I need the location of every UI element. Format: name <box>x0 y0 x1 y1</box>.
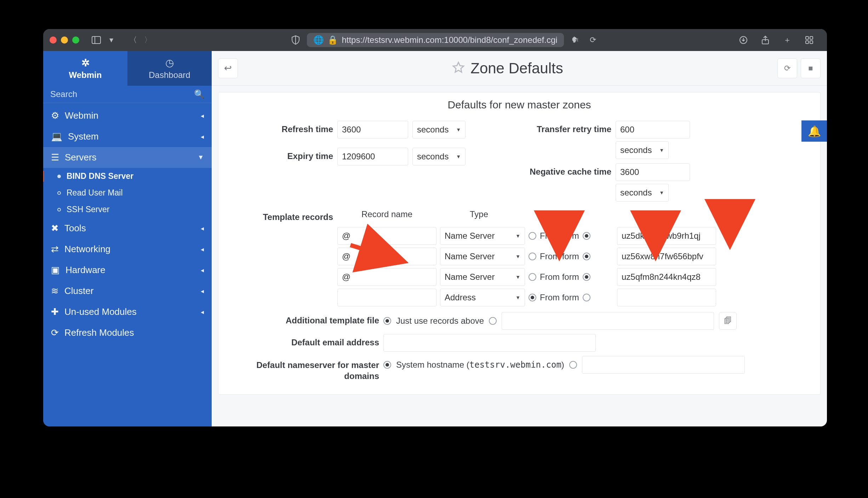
module-back-button[interactable]: ↩ <box>218 58 238 78</box>
address-bar[interactable]: 🌐 🔒 https://testsrv.webmin.com:10000/bin… <box>307 33 564 47</box>
record-value-input[interactable] <box>617 227 716 245</box>
sidebar-item-refresh-modules[interactable]: ⟳Refresh Modules <box>43 322 212 343</box>
record-value-input[interactable] <box>617 289 716 306</box>
record-name-input[interactable] <box>337 268 436 286</box>
just-use-records-label: Just use records above <box>396 316 484 326</box>
negative-cache-unit-select[interactable]: seconds▼ <box>616 184 669 202</box>
panel-title: Defaults for new master zones <box>218 92 820 119</box>
sidebar-subitem-bind-dns-server[interactable]: BIND DNS Server <box>43 168 212 185</box>
from-form-radio-right[interactable] <box>583 253 590 260</box>
chevron-left-icon: ◂ <box>201 266 204 274</box>
refresh-time-input[interactable] <box>337 121 408 138</box>
sidebar-item-tools[interactable]: ✖Tools◂ <box>43 218 212 239</box>
lock-icon: 🔒 <box>327 35 338 45</box>
negative-cache-label: Negative cache time <box>519 163 611 177</box>
negative-cache-input[interactable] <box>616 163 690 181</box>
search-icon[interactable]: 🔍 <box>194 89 205 99</box>
from-form-radio-left[interactable] <box>529 253 536 260</box>
sidebar-toggle-icon[interactable] <box>90 34 103 46</box>
from-form-radio-right[interactable] <box>583 273 590 281</box>
from-form-radio-right[interactable] <box>583 294 590 301</box>
nav-forward-button[interactable]: 〉 <box>142 34 154 46</box>
search-input[interactable] <box>50 89 190 99</box>
close-window-button[interactable] <box>50 36 57 44</box>
record-type-select[interactable]: Name Server▼ <box>440 227 525 245</box>
sidebar-item-cluster[interactable]: ≋Cluster◂ <box>43 281 212 301</box>
chevron-left-icon: ◂ <box>201 112 204 120</box>
col-value: Value <box>606 209 706 219</box>
record-name-input[interactable] <box>337 289 436 306</box>
downloads-icon[interactable] <box>737 34 750 46</box>
system-hostname-radio[interactable] <box>383 361 391 369</box>
refresh-time-unit-select[interactable]: seconds▼ <box>412 121 466 138</box>
from-form-radio-right[interactable] <box>583 232 590 240</box>
sidebar-subitem-ssh-server[interactable]: SSH Server <box>43 201 212 218</box>
favorite-star-icon[interactable] <box>452 61 465 75</box>
webmin-logo-icon: ✲ <box>81 57 90 69</box>
svg-rect-0 <box>92 36 101 44</box>
refresh-page-button[interactable]: ⟳ <box>777 58 797 78</box>
shield-icon[interactable] <box>289 34 302 46</box>
zone-defaults-panel: Defaults for new master zones Refresh ti… <box>218 92 821 395</box>
file-browse-button[interactable]: 🗐 <box>719 312 737 330</box>
site-settings-icon: 🌐 <box>313 35 324 45</box>
bullet-icon <box>57 175 61 178</box>
gauge-icon: ◷ <box>165 57 174 69</box>
custom-ns-input[interactable] <box>582 356 745 374</box>
default-ns-label: Default nameserver for master domains <box>227 356 379 381</box>
transfer-retry-label: Transfer retry time <box>519 121 611 134</box>
tab-label: Dashboard <box>149 70 190 80</box>
bullet-icon <box>57 191 61 195</box>
svg-rect-5 <box>810 36 813 39</box>
sidebar-item-servers[interactable]: ☰Servers▼ <box>43 147 212 168</box>
nav-icon: ✖ <box>51 223 59 234</box>
expiry-time-label: Expiry time <box>227 148 333 161</box>
from-form-radio-left[interactable] <box>529 294 536 301</box>
nav-back-button[interactable]: 〈 <box>127 34 139 46</box>
record-value-input[interactable] <box>617 248 716 265</box>
tab-overview-icon[interactable] <box>803 34 816 46</box>
record-value-input[interactable] <box>617 268 716 286</box>
nav-icon: ⟳ <box>51 327 59 338</box>
share-icon[interactable] <box>759 34 772 46</box>
transfer-retry-unit-select[interactable]: seconds▼ <box>616 141 669 159</box>
default-email-input[interactable] <box>383 334 596 352</box>
sidebar-item-webmin[interactable]: ⚙Webmin◂ <box>43 105 212 126</box>
custom-ns-radio[interactable] <box>569 361 577 369</box>
record-type-select[interactable]: Address▼ <box>440 289 525 306</box>
translate-icon[interactable]: 🗣 <box>569 34 582 46</box>
nav-icon: ⚙ <box>51 110 59 121</box>
sidebar-item-networking[interactable]: ⇄Networking◂ <box>43 239 212 260</box>
record-name-input[interactable] <box>337 248 436 265</box>
from-form-radio-left[interactable] <box>529 273 536 281</box>
new-tab-button[interactable]: ＋ <box>781 34 794 46</box>
browser-titlebar: ▾ 〈 〉 🌐 🔒 https://testsrv.webmin.com:100… <box>43 29 827 51</box>
notifications-button[interactable]: 🔔 <box>801 120 827 142</box>
template-file-radio[interactable] <box>489 317 497 325</box>
sidebar-item-un-used-modules[interactable]: ✚Un-used Modules◂ <box>43 301 212 322</box>
tab-webmin[interactable]: ✲ Webmin <box>43 51 127 86</box>
stop-button[interactable]: ■ <box>801 58 821 78</box>
template-file-input[interactable] <box>502 312 714 330</box>
expiry-time-unit-select[interactable]: seconds▼ <box>412 148 466 165</box>
from-form-radio-left[interactable] <box>529 232 536 240</box>
default-email-label: Default email address <box>227 334 379 347</box>
expiry-time-input[interactable] <box>337 148 408 165</box>
window-controls <box>50 36 83 44</box>
record-type-select[interactable]: Name Server▼ <box>440 248 525 265</box>
url-text: https://testsrv.webmin.com:10000/bind8/c… <box>342 35 557 45</box>
minimize-window-button[interactable] <box>61 36 68 44</box>
template-record-row: Name Server▼ From form <box>337 246 812 267</box>
sidebar-subitem-read-user-mail[interactable]: Read User Mail <box>43 185 212 201</box>
transfer-retry-input[interactable] <box>616 121 690 138</box>
tab-dashboard[interactable]: ◷ Dashboard <box>127 51 212 86</box>
sidebar-item-system[interactable]: 💻System◂ <box>43 126 212 147</box>
maximize-window-button[interactable] <box>72 36 79 44</box>
tab-dropdown-icon[interactable]: ▾ <box>105 34 118 46</box>
sidebar-item-hardware[interactable]: ▣Hardware◂ <box>43 260 212 281</box>
reload-button[interactable]: ⟳ <box>587 34 599 46</box>
record-type-select[interactable]: Name Server▼ <box>440 268 525 286</box>
just-use-records-radio[interactable] <box>383 317 391 325</box>
template-record-row: Address▼ From form <box>337 287 812 308</box>
record-name-input[interactable] <box>337 227 436 245</box>
